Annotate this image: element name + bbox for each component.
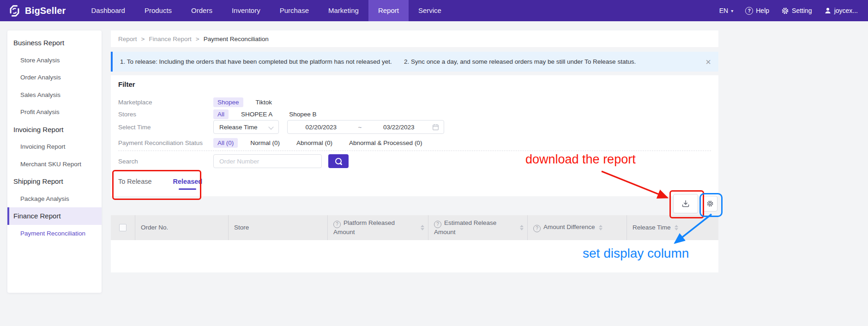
close-icon[interactable]: × xyxy=(705,57,711,66)
brand-name: BigSeller xyxy=(25,6,66,16)
release-tabs: To Release Released xyxy=(118,178,202,191)
download-report-button[interactable] xyxy=(673,194,698,213)
help-circle-icon[interactable]: ? xyxy=(333,221,341,228)
nav-utilities: EN ▾ ? Help Setting joycex... xyxy=(719,7,858,15)
marketplace-label: Marketplace xyxy=(118,99,213,106)
nav-item-marketing[interactable]: Marketing xyxy=(319,0,368,21)
help-circle-icon[interactable]: ? xyxy=(434,221,441,228)
tab-released[interactable]: Released xyxy=(173,178,203,191)
nav-item-orders[interactable]: Orders xyxy=(181,0,222,21)
column-header-platform-released-amount[interactable]: ?Platform Released Amount xyxy=(328,215,428,240)
table-body-empty xyxy=(111,240,718,272)
date-from[interactable]: 02/20/2023 xyxy=(288,124,355,131)
status-option-all[interactable]: All (0) xyxy=(213,138,238,148)
calendar-icon xyxy=(432,124,439,131)
help-circle-icon: ? xyxy=(745,7,753,15)
download-icon xyxy=(681,199,690,208)
user-icon xyxy=(824,7,832,14)
column-header-release-time[interactable]: Release Time xyxy=(627,215,718,240)
nav-item-products[interactable]: Products xyxy=(135,0,181,21)
column-header-order-no: Order No. xyxy=(135,215,229,240)
stores-option-all[interactable]: All xyxy=(213,109,229,119)
tab-to-release[interactable]: To Release xyxy=(118,178,152,191)
top-nav: BigSeller Dashboard Products Orders Inve… xyxy=(0,0,868,21)
filter-title: Filter xyxy=(118,80,135,88)
divider xyxy=(118,151,711,151)
marketplace-option-tiktok[interactable]: Tiktok xyxy=(252,97,277,107)
filter-row-status: Payment Reconciliation Status All (0) No… xyxy=(118,137,434,149)
sidebar-item-invoicing-report[interactable]: Invoicing Report xyxy=(7,138,102,156)
filter-row-stores: Stores All SHOPEE A Shopee B xyxy=(118,108,329,120)
search-icon xyxy=(335,158,342,164)
breadcrumb: Report > Finance Report > Payment Reconc… xyxy=(111,30,718,47)
breadcrumb-report[interactable]: Report xyxy=(118,36,137,42)
sort-icon xyxy=(421,225,424,230)
breadcrumb-separator: > xyxy=(196,36,199,42)
sidebar-item-sales-analysis[interactable]: Sales Analysis xyxy=(7,86,102,104)
sidebar-item-package-analysis[interactable]: Package Analysis xyxy=(7,190,102,208)
chevron-down-icon xyxy=(268,124,273,129)
status-option-abnormal[interactable]: Abnormal (0) xyxy=(292,138,337,148)
gear-icon xyxy=(706,200,714,207)
search-button[interactable] xyxy=(328,154,349,168)
breadcrumb-finance-report[interactable]: Finance Report xyxy=(149,36,191,42)
table-header-row: Order No. Store ?Platform Released Amoun… xyxy=(111,215,718,240)
help-circle-icon[interactable]: ? xyxy=(533,225,541,232)
main-menu: Dashboard Products Orders Inventory Purc… xyxy=(82,0,451,21)
banner-note-2: 2. Sync once a day, and some released or… xyxy=(404,58,636,65)
nav-item-dashboard[interactable]: Dashboard xyxy=(82,0,135,21)
help-button[interactable]: ? Help xyxy=(745,7,769,15)
select-time-label: Select Time xyxy=(118,124,213,131)
sort-icon xyxy=(599,225,603,230)
user-menu[interactable]: joycex... xyxy=(824,7,858,14)
display-column-settings-button[interactable] xyxy=(703,196,717,211)
sidebar-item-merchant-sku-report[interactable]: Merchant SKU Report xyxy=(7,156,102,173)
sort-icon xyxy=(675,225,678,230)
sidebar-item-payment-reconciliation[interactable]: Payment Reconciliation xyxy=(7,225,102,242)
date-to[interactable]: 03/22/2023 xyxy=(366,124,433,131)
gear-icon xyxy=(781,7,789,15)
nav-item-service[interactable]: Service xyxy=(409,0,451,21)
banner-note-1: 1. To release: Including the orders that… xyxy=(120,58,392,65)
filter-row-marketplace: Marketplace Shopee Tiktok xyxy=(118,96,284,108)
marketplace-option-shopee[interactable]: Shopee xyxy=(213,97,243,107)
status-option-normal[interactable]: Normal (0) xyxy=(246,138,284,148)
column-header-estimated-release-amount[interactable]: ?Estimated Release Amount xyxy=(428,215,528,240)
results-table: Order No. Store ?Platform Released Amoun… xyxy=(111,215,718,272)
sort-icon xyxy=(520,225,524,230)
date-range-separator: ~ xyxy=(355,124,366,131)
filter-panel: Filter Marketplace Shopee Tiktok Stores … xyxy=(111,75,718,196)
chevron-down-icon: ▾ xyxy=(731,8,733,13)
sidebar-item-business-report[interactable]: Business Report xyxy=(7,34,102,52)
status-label: Payment Reconciliation Status xyxy=(118,139,213,146)
time-type-select[interactable]: Release Time xyxy=(213,120,279,134)
sidebar-item-finance-report[interactable]: Finance Report xyxy=(7,207,102,225)
stores-option-shopee-a[interactable]: SHOPEE A xyxy=(237,109,277,119)
column-header-store: Store xyxy=(229,215,328,240)
nav-item-report[interactable]: Report xyxy=(368,0,409,21)
sidebar-item-order-analysis[interactable]: Order Analysis xyxy=(7,69,102,86)
sidebar-item-invoicing-report-section[interactable]: Invoicing Report xyxy=(7,121,102,139)
filter-row-select-time: Select Time Release Time 02/20/2023 ~ 03… xyxy=(118,120,444,134)
sidebar-item-profit-analysis[interactable]: Profit Analysis xyxy=(7,103,102,121)
stores-option-shopee-b[interactable]: Shopee B xyxy=(285,109,320,119)
stores-label: Stores xyxy=(118,111,213,118)
select-all-checkbox[interactable] xyxy=(119,224,127,231)
date-range-picker[interactable]: 02/20/2023 ~ 03/22/2023 xyxy=(287,120,444,134)
sidebar-item-shipping-report[interactable]: Shipping Report xyxy=(7,173,102,190)
search-input[interactable] xyxy=(213,154,322,168)
breadcrumb-current-page: Payment Reconciliation xyxy=(204,36,269,42)
brand-logo[interactable]: BigSeller xyxy=(8,5,66,17)
info-banner: 1. To release: Including the orders that… xyxy=(111,52,718,72)
sidebar-item-store-analysis[interactable]: Store Analysis xyxy=(7,52,102,69)
breadcrumb-separator: > xyxy=(141,36,145,42)
nav-item-inventory[interactable]: Inventory xyxy=(222,0,270,21)
column-header-amount-difference[interactable]: ?Amount Difference xyxy=(528,215,627,240)
status-option-abnormal-processed[interactable]: Abnormal & Processed (0) xyxy=(345,138,426,148)
sidebar: Business Report Store Analysis Order Ana… xyxy=(7,30,102,293)
time-type-value: Release Time xyxy=(219,124,258,131)
nav-item-purchase[interactable]: Purchase xyxy=(270,0,319,21)
username: joycex... xyxy=(834,7,858,14)
language-selector[interactable]: EN ▾ xyxy=(719,7,733,14)
setting-button[interactable]: Setting xyxy=(781,7,812,15)
